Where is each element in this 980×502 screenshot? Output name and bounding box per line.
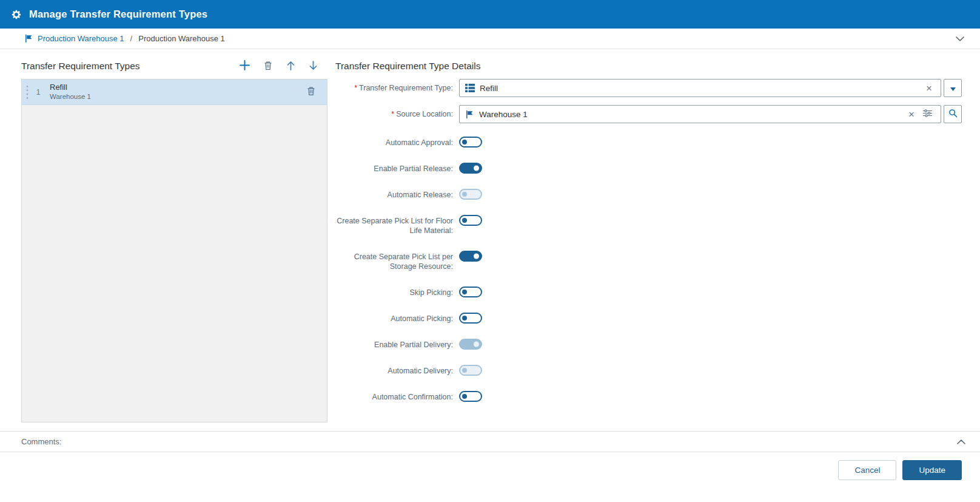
delete-button[interactable]	[262, 59, 274, 73]
toggle-label: Create Separate Pick List per Storage Re…	[335, 251, 459, 271]
filter-sliders-icon	[923, 109, 932, 119]
footer-actions: Cancel Update	[0, 452, 980, 502]
toggle-label: Enable Partial Delivery:	[335, 339, 459, 350]
gear-icon	[11, 9, 22, 20]
trash-icon	[306, 86, 316, 98]
toggle-automatic-delivery	[459, 365, 482, 376]
toggle-row: Automatic Delivery:	[335, 365, 962, 376]
field-label: *Source Location:	[335, 109, 459, 119]
required-marker: *	[391, 110, 394, 118]
filter-button[interactable]	[919, 109, 936, 119]
clear-icon[interactable]: ×	[904, 109, 919, 120]
breadcrumb-current: Production Warehouse 1	[138, 34, 225, 43]
left-panel-header: Transfer Requirement Types	[21, 58, 327, 75]
toggle-row: Automatic Confirmation:	[335, 391, 962, 402]
toggle-row: Automatic Picking:	[335, 313, 962, 324]
toggle-automatic-release	[459, 189, 482, 200]
list-icon	[465, 84, 475, 92]
left-panel-title: Transfer Requirement Types	[21, 61, 140, 72]
details-title: Transfer Requirement Type Details	[335, 58, 962, 75]
field-label: *Transfer Requirement Type:	[335, 83, 459, 93]
chevron-down-icon[interactable]	[953, 34, 967, 44]
left-panel-toolbar	[238, 59, 327, 73]
comments-section: Comments:	[0, 431, 980, 452]
row-delete-button[interactable]	[305, 85, 317, 99]
add-button[interactable]	[238, 59, 251, 73]
required-marker: *	[354, 84, 357, 92]
toggle-row: Create Separate Pick List for Floor Life…	[335, 215, 962, 236]
toggle-label: Automatic Picking:	[335, 313, 459, 324]
toggle-separate-pick-list-floor-life[interactable]	[459, 215, 482, 226]
search-icon	[948, 109, 958, 120]
arrow-up-icon	[286, 61, 295, 72]
caret-down-icon	[950, 84, 956, 93]
page-title: Manage Transfer Requirement Types	[29, 8, 207, 20]
toggle-knob	[474, 166, 479, 171]
transfer-requirement-types-panel: Transfer Requirement Types	[21, 58, 327, 431]
toggle-knob	[462, 316, 467, 321]
toggle-label: Automatic Release:	[335, 189, 459, 200]
toggle-automatic-approval[interactable]	[459, 137, 482, 148]
arrow-down-icon	[309, 61, 318, 72]
toggle-knob	[474, 254, 479, 259]
drag-handle-icon[interactable]	[26, 85, 29, 100]
list-item-text: Refill Warehouse 1	[50, 83, 91, 102]
breadcrumb-link[interactable]: Production Warehouse 1	[38, 34, 124, 43]
toggle-knob	[462, 394, 467, 399]
list-item-name: Refill	[50, 83, 91, 93]
source-location-combobox[interactable]: Warehouse 1 ×	[459, 105, 941, 123]
toggle-label: Automatic Confirmation:	[335, 391, 459, 402]
warehouse-flag-icon	[465, 110, 474, 119]
chevron-up-icon[interactable]	[955, 437, 968, 447]
breadcrumb: Production Warehouse 1 / Production Ware…	[0, 29, 980, 49]
toggle-label: Automatic Approval:	[335, 137, 459, 148]
field-source-location: *Source Location: Warehouse 1 ×	[335, 105, 962, 123]
list-item-index: 1	[34, 88, 42, 97]
breadcrumb-separator: /	[130, 34, 133, 43]
toggle-row: Automatic Approval:	[335, 137, 962, 148]
toggle-knob	[462, 368, 467, 373]
toggle-knob	[462, 290, 467, 294]
toggle-automatic-picking[interactable]	[459, 313, 482, 324]
toggle-label: Enable Partial Release:	[335, 163, 459, 174]
toggle-separate-pick-list-storage-resource[interactable]	[459, 251, 482, 262]
toggle-label: Automatic Delivery:	[335, 365, 459, 376]
toggle-knob	[462, 192, 467, 197]
list-item-refill[interactable]: 1 Refill Warehouse 1	[22, 80, 327, 105]
toggle-skip-picking[interactable]	[459, 287, 482, 297]
toggle-knob	[474, 342, 479, 347]
clear-icon[interactable]: ×	[922, 83, 936, 93]
toggle-settings: Automatic Approval: Enable Partial Relea…	[335, 137, 962, 417]
list-item-subtitle: Warehouse 1	[50, 92, 91, 101]
field-transfer-requirement-type: *Transfer Requirement Type: Refill ×	[335, 79, 962, 97]
toggle-knob	[462, 140, 467, 144]
trash-icon	[263, 61, 273, 72]
toggle-knob	[462, 218, 467, 223]
toggle-label: Skip Picking:	[335, 287, 459, 297]
move-down-button[interactable]	[307, 59, 319, 73]
update-button[interactable]: Update	[902, 460, 962, 480]
source-location-value: Warehouse 1	[479, 110, 904, 119]
app-titlebar: Manage Transfer Requirement Types	[0, 0, 980, 29]
search-button[interactable]	[944, 105, 962, 123]
cancel-button[interactable]: Cancel	[838, 460, 896, 480]
main-content: Transfer Requirement Types	[0, 49, 980, 431]
transfer-requirement-types-list: 1 Refill Warehouse 1	[21, 79, 327, 422]
toggle-enable-partial-release[interactable]	[459, 163, 482, 174]
toggle-enable-partial-delivery	[459, 339, 482, 350]
add-icon	[240, 60, 250, 72]
transfer-requirement-type-value: Refill	[480, 84, 922, 93]
transfer-requirement-type-details-panel: Transfer Requirement Type Details *Trans…	[335, 58, 962, 431]
comments-label: Comments:	[21, 437, 61, 446]
toggle-row: Create Separate Pick List per Storage Re…	[335, 251, 962, 271]
toggle-row: Skip Picking:	[335, 287, 962, 297]
toggle-automatic-confirmation[interactable]	[459, 391, 482, 402]
toggle-row: Enable Partial Release:	[335, 163, 962, 174]
toggle-label: Create Separate Pick List for Floor Life…	[335, 215, 459, 236]
toggle-row: Automatic Release:	[335, 189, 962, 200]
transfer-requirement-type-combobox[interactable]: Refill ×	[459, 79, 941, 97]
warehouse-flag-icon	[24, 34, 33, 43]
toggle-row: Enable Partial Delivery:	[335, 339, 962, 350]
dropdown-button[interactable]	[944, 79, 962, 97]
move-up-button[interactable]	[285, 59, 297, 73]
